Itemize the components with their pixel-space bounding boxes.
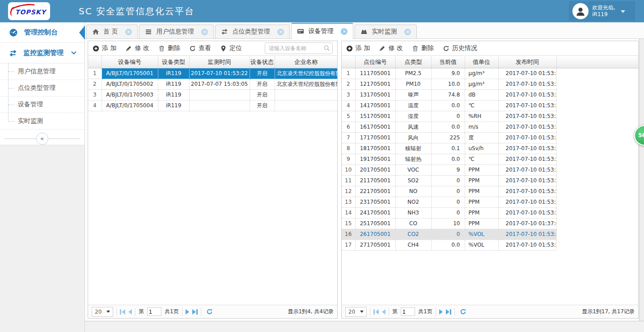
table-cell: 开启 (250, 68, 275, 79)
close-icon[interactable]: ✕ (341, 28, 347, 35)
search-input[interactable] (265, 42, 333, 54)
sidebar-group-label: 监控监测管理 (23, 49, 64, 57)
sidebar-item-realtime[interactable]: 实时监测 (0, 113, 85, 130)
row-number: 14 (342, 207, 355, 218)
row-number: 2 (342, 79, 355, 89)
column-header[interactable]: 设备编号 (102, 56, 158, 68)
page-number-input[interactable] (147, 307, 161, 316)
refresh-button[interactable] (460, 308, 466, 315)
tab-point-type[interactable]: 点位类型管理 ✕ (215, 25, 290, 38)
table-row[interactable]: 9191705001辐射热0.0℃2017-07-10 01:53:21 (342, 154, 638, 164)
page-number-input[interactable] (401, 307, 415, 316)
table-cell: PPM (465, 186, 498, 197)
topsky-logo: TOPSKY (8, 2, 50, 20)
tab-home[interactable]: 首 页 ✕ (86, 25, 138, 38)
table-row[interactable]: 6161705001风速0.0m/s2017-07-10 01:53:21 (342, 122, 638, 132)
next-page-button[interactable] (186, 309, 189, 315)
table-cell: 0 (431, 197, 465, 207)
table-row[interactable]: 1A/BJLT/0/1705001iR1192017-07-10 01:53:2… (88, 68, 337, 79)
table-row[interactable]: 15251705001CO10PPM2017-07-10 01:37:01 (342, 218, 638, 229)
close-icon[interactable]: ✕ (277, 29, 284, 35)
tab-user-info[interactable]: 用户信息管理 ✕ (139, 25, 214, 38)
table-row[interactable]: 5151705001湿度0%RH2017-07-10 01:53:22 (342, 111, 638, 122)
column-header[interactable]: 发布时间 (498, 56, 556, 68)
table-row[interactable]: 12221705001NO0PPM2017-07-10 01:53:21 (342, 186, 638, 197)
close-icon[interactable]: ✕ (201, 29, 208, 35)
table-row[interactable]: 13231705001NO20PPM2017-07-10 01:53:22 (342, 197, 638, 207)
trash-icon (412, 45, 419, 52)
view-button[interactable]: 查看 (189, 44, 211, 52)
table-row[interactable]: 2121705001PM1010.0μg/m³2017-07-10 01:53:… (342, 79, 638, 89)
table-row[interactable]: 1111705001PM2.59.0μg/m³2017-07-10 01:53:… (342, 68, 638, 79)
column-header[interactable]: 监测时间 (189, 56, 250, 68)
table-row[interactable]: 11211705001SO20PPM2017-07-10 01:53:22 (342, 175, 638, 186)
table-row[interactable]: 8181705001核辐射0.1uSv/h2017-07-10 01:53:21 (342, 143, 638, 154)
prev-page-button[interactable] (382, 309, 386, 315)
edit-button[interactable]: 修 改 (379, 44, 402, 52)
tab-realtime-monitor[interactable]: 实时监测 ✕ (355, 25, 417, 38)
table-cell: A/BJLT/0/1705004 (102, 100, 158, 111)
device-toolbar: 添 加 修 改 删除 查看 定位 (88, 41, 337, 56)
sidebar-item-user-info[interactable]: 用户信息管理 (0, 63, 85, 80)
column-header[interactable]: 当前值 (431, 56, 465, 68)
collapse-button[interactable]: « (36, 133, 48, 145)
table-row[interactable]: 14241705001NH30PPM2017-07-10 01:53:21 (342, 207, 638, 218)
prev-page-button[interactable] (128, 309, 132, 315)
table-cell: SO2 (395, 175, 431, 186)
first-page-button[interactable] (373, 309, 379, 315)
delete-button[interactable]: 删除 (158, 44, 180, 52)
close-icon[interactable]: ✕ (404, 29, 411, 35)
last-page-button[interactable] (446, 309, 451, 315)
table-cell: NH3 (395, 207, 431, 218)
table-cell: PM2.5 (395, 68, 431, 79)
table-cell: 2017-07-10 01:53:21 (498, 132, 556, 143)
table-row[interactable]: 10201705001VOC9PPM2017-07-10 01:53:22 (342, 164, 638, 175)
row-number: 17 (342, 240, 355, 250)
sidebar-item-dashboard[interactable]: 管理控制台 (0, 22, 85, 43)
column-header[interactable]: 点位编号 (355, 56, 395, 68)
history-button[interactable]: 历史情况 (443, 44, 477, 52)
table-cell: 261705001 (355, 229, 395, 240)
column-header[interactable]: 值单位 (465, 56, 498, 68)
table-row[interactable]: 16261705001CO20%VOL2017-07-10 01:53:22 (342, 229, 638, 240)
sidebar-item-point-type[interactable]: 点位类型管理 (0, 80, 85, 97)
page-size-select[interactable]: 20 (345, 307, 367, 317)
search-icon[interactable] (323, 45, 330, 51)
table-cell: %VOL (465, 229, 498, 240)
delete-button[interactable]: 删除 (412, 44, 434, 52)
refresh-button[interactable] (206, 308, 213, 315)
column-header[interactable]: 点类型 (395, 56, 431, 68)
column-header[interactable]: 设备状态 (250, 56, 275, 68)
point-pager: 20 第 共1页 显示1到17, 共17记录 (342, 305, 638, 318)
table-row[interactable]: 7171705001风向225度2017-07-10 01:53:21 (342, 132, 638, 143)
add-button[interactable]: 添 加 (346, 44, 370, 52)
next-page-button[interactable] (439, 309, 443, 315)
page-size-select[interactable]: 20 (92, 307, 113, 317)
table-row[interactable]: 2A/BJLT/0/1705002iR1192017-07-07 15:03:0… (88, 79, 337, 89)
column-header[interactable]: 设备类型 (158, 56, 189, 68)
locate-button[interactable]: 定位 (220, 44, 242, 52)
user-menu[interactable]: 欢迎光临,iR119 (569, 1, 635, 21)
record-summary: 显示1到17, 共17记录 (582, 308, 635, 315)
table-row[interactable]: 3A/BJLT/0/1705003iR119开启 (88, 89, 337, 100)
table-cell: 10 (431, 218, 465, 229)
table-cell: 2017-07-10 01:53:22 (498, 175, 556, 186)
table-row[interactable]: 17271705001CH40.0%VOL2017-07-10 01:53:21 (342, 240, 638, 250)
edit-button[interactable]: 修 改 (125, 44, 149, 52)
last-page-button[interactable] (192, 309, 198, 315)
add-button[interactable]: 添 加 (93, 44, 116, 52)
table-row[interactable]: 3131705001噪声74.8dB2017-07-10 01:53:22 (342, 89, 638, 100)
first-page-button[interactable] (120, 309, 125, 315)
close-icon[interactable]: ✕ (125, 29, 132, 35)
table-cell: PM10 (395, 79, 431, 89)
sidebar-item-device[interactable]: 设备管理 (0, 97, 85, 113)
table-cell: 风向 (395, 132, 431, 143)
column-header[interactable]: 企业名称 (275, 56, 337, 68)
table-cell: 251705001 (355, 218, 395, 229)
sidebar-item-monitoring[interactable]: 监控监测管理 (0, 43, 85, 63)
table-cell: iR119 (158, 68, 189, 79)
point-grid: 点位编号点类型当前值值单位发布时间 1111705001PM2.59.0μg/m… (342, 56, 638, 304)
table-row[interactable]: 4141705001温度0.0℃2017-07-10 01:53:22 (342, 100, 638, 111)
table-row[interactable]: 4A/BJLT/0/1705004iR119开启 (88, 100, 337, 111)
tab-device-management[interactable]: 设备管理 ✕ (291, 23, 353, 39)
